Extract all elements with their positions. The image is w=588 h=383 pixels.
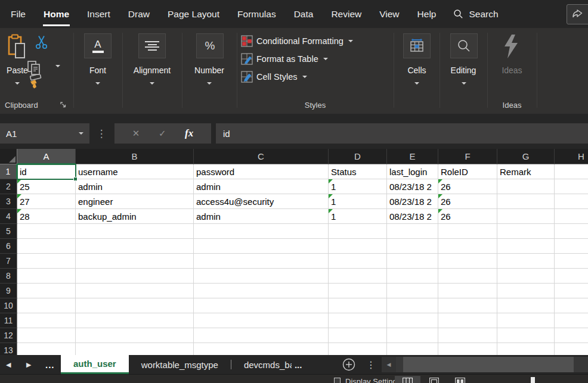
- cell-F13[interactable]: [438, 343, 497, 355]
- cell-B4[interactable]: backup_admin: [76, 209, 194, 224]
- number-label[interactable]: Number: [182, 66, 237, 76]
- cell-E2[interactable]: 08/23/18 2: [387, 179, 438, 194]
- cell-F6[interactable]: [438, 239, 497, 254]
- cell-E6[interactable]: [387, 239, 438, 254]
- cell-B9[interactable]: [76, 284, 194, 298]
- cell-H5[interactable]: [555, 224, 588, 239]
- scrollbar-thumb[interactable]: [403, 357, 574, 372]
- cancel-button[interactable]: ✕: [132, 128, 140, 139]
- cell-D5[interactable]: [329, 224, 387, 239]
- zoom-slider-handle[interactable]: [531, 377, 535, 383]
- cell-H6[interactable]: [555, 239, 588, 254]
- cell-H13[interactable]: [555, 343, 588, 355]
- menu-tab-draw[interactable]: Draw: [119, 0, 159, 28]
- cells-button-icon-box[interactable]: [403, 33, 431, 58]
- sheet-nav-right-icon[interactable]: ▶: [26, 355, 31, 374]
- name-box[interactable]: A1: [0, 123, 89, 144]
- row-header-4[interactable]: 4: [0, 209, 17, 224]
- font-label[interactable]: Font: [73, 66, 122, 76]
- cell-G11[interactable]: [497, 313, 555, 328]
- cells-label[interactable]: Cells: [394, 66, 440, 76]
- menu-tab-formulas[interactable]: Formulas: [228, 0, 285, 28]
- cell-B11[interactable]: [76, 313, 194, 328]
- cell-F12[interactable]: [438, 328, 497, 343]
- cell-A2[interactable]: 25: [17, 179, 76, 194]
- cell-E1[interactable]: last_login: [387, 164, 438, 179]
- cell-E4[interactable]: 08/23/18 2: [387, 209, 438, 224]
- cell-B3[interactable]: engineer: [76, 194, 194, 209]
- row-header-11[interactable]: 11: [0, 313, 17, 328]
- cell-G10[interactable]: [497, 298, 555, 313]
- column-header-F[interactable]: F: [438, 149, 497, 164]
- cell-E12[interactable]: [387, 328, 438, 343]
- cell-C1[interactable]: password: [194, 164, 329, 179]
- cell-F9[interactable]: [438, 284, 497, 298]
- cell-G3[interactable]: [497, 194, 555, 209]
- cell-C11[interactable]: [194, 313, 329, 328]
- cell-G9[interactable]: [497, 284, 555, 298]
- row-header-8[interactable]: 8: [0, 269, 17, 284]
- cell-G7[interactable]: [497, 254, 555, 269]
- cell-A4[interactable]: 28: [17, 209, 76, 224]
- cell-B1[interactable]: username: [76, 164, 194, 179]
- column-header-D[interactable]: D: [329, 149, 387, 164]
- cell-H11[interactable]: [555, 313, 588, 328]
- cell-H12[interactable]: [555, 328, 588, 343]
- cell-A12[interactable]: [17, 328, 76, 343]
- cell-E8[interactable]: [387, 269, 438, 284]
- cell-H3[interactable]: [555, 194, 588, 209]
- cell-C4[interactable]: admin: [194, 209, 329, 224]
- row-header-7[interactable]: 7: [0, 254, 17, 269]
- ideas-button[interactable]: Ideas: [487, 33, 537, 98]
- enter-button[interactable]: ✓: [159, 128, 166, 139]
- cell-A13[interactable]: [17, 343, 76, 355]
- cell-D3[interactable]: 1: [329, 194, 387, 209]
- cell-G5[interactable]: [497, 224, 555, 239]
- sheet-tab-auth_user[interactable]: auth_user: [61, 355, 129, 374]
- cell-A7[interactable]: [17, 254, 76, 269]
- cell-A3[interactable]: 27: [17, 194, 76, 209]
- column-header-A[interactable]: A: [17, 149, 76, 164]
- cell-C3[interactable]: access4u@security: [194, 194, 329, 209]
- sheet-tab-devcmds_ba[interactable]: devcmds_ba...: [231, 355, 315, 374]
- cell-D1[interactable]: Status: [329, 164, 387, 179]
- row-header-6[interactable]: 6: [0, 239, 17, 254]
- row-header-10[interactable]: 10: [0, 298, 17, 313]
- cell-E5[interactable]: [387, 224, 438, 239]
- cell-H8[interactable]: [555, 269, 588, 284]
- cell-C7[interactable]: [194, 254, 329, 269]
- formula-kebab-icon[interactable]: ⋮: [97, 123, 106, 144]
- row-header-12[interactable]: 12: [0, 328, 17, 343]
- cell-D2[interactable]: 1: [329, 179, 387, 194]
- page-layout-view-button[interactable]: [421, 376, 447, 383]
- cell-G2[interactable]: [497, 179, 555, 194]
- cell-C9[interactable]: [194, 284, 329, 298]
- cell-C13[interactable]: [194, 343, 329, 355]
- cell-F3[interactable]: 26: [438, 194, 497, 209]
- alignment-button-icon-box[interactable]: [138, 33, 166, 58]
- cell-B8[interactable]: [76, 269, 194, 284]
- cell-F7[interactable]: [438, 254, 497, 269]
- cell-G12[interactable]: [497, 328, 555, 343]
- menu-tab-file[interactable]: File: [2, 0, 35, 28]
- font-button-icon-box[interactable]: A: [84, 33, 112, 58]
- fill-handle[interactable]: [73, 177, 78, 181]
- cell-F8[interactable]: [438, 269, 497, 284]
- cell-C10[interactable]: [194, 298, 329, 313]
- format-painter-icon[interactable]: [27, 74, 42, 89]
- cell-D6[interactable]: [329, 239, 387, 254]
- cell-F10[interactable]: [438, 298, 497, 313]
- cell-A11[interactable]: [17, 313, 76, 328]
- cell-G6[interactable]: [497, 239, 555, 254]
- copy-icon[interactable]: [27, 60, 42, 76]
- column-header-G[interactable]: G: [497, 149, 555, 164]
- cell-E9[interactable]: [387, 284, 438, 298]
- cell-B7[interactable]: [76, 254, 194, 269]
- cell-A8[interactable]: [17, 269, 76, 284]
- cell-C6[interactable]: [194, 239, 329, 254]
- cell-H2[interactable]: [555, 179, 588, 194]
- cell-E11[interactable]: [387, 313, 438, 328]
- cell-E13[interactable]: [387, 343, 438, 355]
- cell-H1[interactable]: [555, 164, 588, 179]
- row-header-13[interactable]: 13: [0, 343, 17, 355]
